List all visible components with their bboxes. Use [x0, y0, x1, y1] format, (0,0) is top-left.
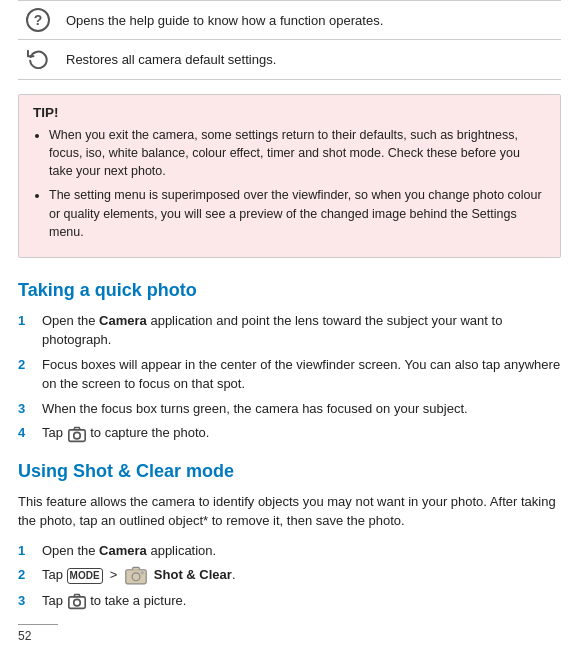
step-number: 3	[18, 399, 36, 419]
section1-steps: 1 Open the Camera application and point …	[18, 311, 561, 443]
tip-item-2: The setting menu is superimposed over th…	[49, 186, 546, 240]
list-item: 2 Tap MODE > Shot & Clear.	[18, 565, 561, 586]
list-item: 3 When the focus box turns green, the ca…	[18, 399, 561, 419]
icon-table: ? Opens the help guide to know how a fun…	[18, 0, 561, 80]
table-row: Restores all camera default settings.	[18, 40, 561, 80]
tip-box: TIP! When you exit the camera, some sett…	[18, 94, 561, 258]
help-icon: ?	[26, 8, 50, 32]
camera-capture-icon	[67, 425, 87, 443]
page-wrapper: ? Opens the help guide to know how a fun…	[0, 0, 579, 648]
step-number: 4	[18, 423, 36, 443]
section2-intro: This feature allows the camera to identi…	[18, 492, 561, 531]
step-text: Open the Camera application.	[42, 541, 561, 561]
step-number: 2	[18, 355, 36, 375]
mode-icon: MODE	[67, 568, 103, 584]
page-number: 52	[18, 624, 58, 643]
svg-point-1	[73, 432, 80, 439]
shot-clear-label: Shot & Clear	[154, 567, 232, 582]
step-text: Open the Camera application and point th…	[42, 311, 561, 350]
list-item: 1 Open the Camera application and point …	[18, 311, 561, 350]
step-number: 1	[18, 541, 36, 561]
list-item: 4 Tap to capture the photo.	[18, 423, 561, 443]
list-item: 2 Focus boxes will appear in the center …	[18, 355, 561, 394]
step-number: 1	[18, 311, 36, 331]
table-row: ? Opens the help guide to know how a fun…	[18, 1, 561, 40]
section-shot-clear: Using Shot & Clear mode This feature all…	[18, 461, 561, 611]
step-number: 2	[18, 565, 36, 585]
svg-point-6	[73, 600, 80, 607]
camera-bold: Camera	[99, 313, 147, 328]
step-text: Tap MODE > Shot & Clear.	[42, 565, 561, 586]
help-icon-cell: ?	[18, 1, 58, 40]
svg-point-4	[140, 571, 143, 574]
section2-heading: Using Shot & Clear mode	[18, 461, 561, 482]
help-description: Opens the help guide to know how a funct…	[58, 1, 561, 40]
refresh-icon-cell	[18, 40, 58, 80]
refresh-description: Restores all camera default settings.	[58, 40, 561, 80]
step-text: Tap to take a picture.	[42, 591, 561, 611]
page-container: ? Opens the help guide to know how a fun…	[0, 0, 579, 653]
section-quick-photo: Taking a quick photo 1 Open the Camera a…	[18, 280, 561, 443]
refresh-icon	[27, 47, 49, 69]
section2-steps: 1 Open the Camera application. 2 Tap MOD…	[18, 541, 561, 611]
section1-heading: Taking a quick photo	[18, 280, 561, 301]
list-item: 3 Tap to take a picture.	[18, 591, 561, 611]
step-text: Focus boxes will appear in the center of…	[42, 355, 561, 394]
list-item: 1 Open the Camera application.	[18, 541, 561, 561]
tip-title: TIP!	[33, 105, 546, 120]
step-number: 3	[18, 591, 36, 611]
camera-bold: Camera	[99, 543, 147, 558]
tip-item-1: When you exit the camera, some settings …	[49, 126, 546, 180]
step-text: When the focus box turns green, the came…	[42, 399, 561, 419]
tip-list: When you exit the camera, some settings …	[33, 126, 546, 241]
step-text: Tap to capture the photo.	[42, 423, 561, 443]
camera-capture-icon-2	[67, 592, 87, 610]
shot-clear-icon	[125, 566, 147, 586]
